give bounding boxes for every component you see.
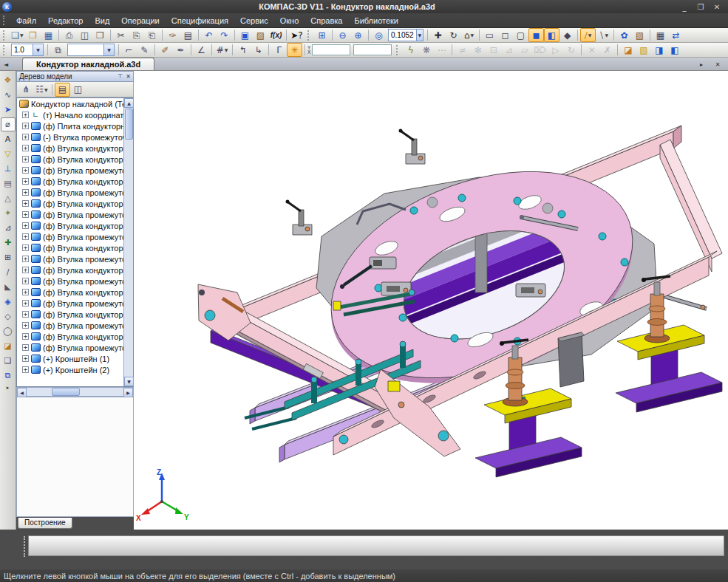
triangle-tool[interactable]: △ — [1, 191, 16, 205]
layers-button[interactable]: ⧉ — [50, 43, 66, 57]
expand-toggle[interactable]: + — [22, 267, 29, 273]
hidden-lines-thin-button[interactable]: ▢ — [513, 28, 528, 42]
tree-item[interactable]: +(ф) Втулка кондукторн- — [17, 242, 133, 253]
print-setup-button[interactable]: ❒ — [92, 28, 108, 42]
expand-toggle[interactable]: + — [22, 112, 29, 118]
angle-tool[interactable]: ⊿ — [1, 221, 16, 235]
expand-toggle[interactable]: + — [22, 167, 29, 174]
close-button[interactable]: ✕ — [712, 3, 722, 11]
tree-structure-button[interactable]: ⋔ — [18, 83, 34, 97]
spark-tool[interactable]: ✦ — [1, 206, 16, 220]
corner-plane-tool[interactable]: ◣ — [1, 280, 16, 294]
no-hidden-lines-button[interactable]: ◻ — [497, 28, 513, 42]
object-properties-button[interactable]: ▤ — [180, 28, 196, 42]
rebuild-model-button[interactable]: ⇄ — [668, 28, 684, 42]
minimize-button[interactable]: _ — [679, 3, 690, 11]
expand-toggle[interactable]: + — [22, 244, 29, 251]
cut-button[interactable]: ✂ — [113, 28, 129, 42]
dropdown-arrow-icon[interactable]: ▼ — [20, 32, 24, 38]
menu-item-1[interactable]: Файл — [10, 15, 42, 27]
toolbar-grip[interactable] — [3, 45, 7, 55]
edit-part-tool[interactable]: ❖ — [1, 73, 16, 87]
rotate-view-button[interactable]: ↻ — [446, 28, 461, 42]
snaps-settings-button[interactable]: ✳ — [287, 43, 302, 57]
diameter-tool[interactable]: ⌀ — [1, 117, 16, 131]
round-off-button[interactable]: ↰ — [235, 43, 251, 57]
redo-button[interactable]: ↷ — [217, 28, 232, 42]
tree-vertical-scrollbar[interactable]: ▲ ▼ — [123, 98, 133, 386]
tree-item[interactable]: +(+) Кронштейн (2) — [17, 364, 133, 375]
expand-toggle[interactable]: + — [22, 256, 29, 262]
sheet-tool[interactable]: ▤ — [1, 177, 16, 191]
erase-all-aux-button[interactable]: ✒ — [173, 43, 188, 57]
menu-item-8[interactable]: Справка — [305, 15, 348, 27]
spec-report-button[interactable]: ▧ — [632, 28, 647, 42]
tree-item[interactable]: +(ф) Втулка промежуточ — [17, 298, 133, 309]
model-right-cross-rail[interactable] — [660, 140, 722, 272]
simplify-surfaces-button[interactable]: ∖▼ — [596, 28, 611, 42]
expand-toggle[interactable]: + — [22, 289, 29, 295]
shaded-with-edges-button[interactable]: ◧ — [544, 28, 559, 42]
document-tab[interactable]: Кондуктор накладной.a3d — [22, 58, 154, 70]
expand-toggle[interactable]: + — [22, 311, 29, 318]
library-manager-button[interactable]: ▨ — [253, 28, 268, 42]
diamond-tool[interactable]: ◈ — [1, 295, 16, 309]
property-bar-grip[interactable] — [24, 536, 27, 557]
tree-item[interactable]: +∟(т) Начало координат — [17, 109, 133, 120]
model-gray-block[interactable] — [558, 332, 585, 387]
print-button[interactable]: ⎙ — [61, 28, 77, 42]
dropdown-arrow-icon[interactable]: ▼ — [588, 32, 592, 38]
create-object-button[interactable]: ◨ — [651, 43, 667, 57]
orientation-button[interactable]: ⌂▼ — [461, 28, 477, 42]
expand-toggle[interactable]: + — [22, 178, 29, 185]
local-cs-button[interactable]: ⌐ — [121, 43, 137, 57]
sheet2-tool[interactable]: ❏ — [1, 354, 16, 368]
grid-plane-tool[interactable]: ⊞ — [1, 250, 16, 264]
pin-icon[interactable]: ⊤ — [118, 73, 123, 80]
spec-table-button[interactable]: ▦ — [653, 28, 668, 42]
tree-item[interactable]: +(-) Втулка промежуточ- — [17, 131, 133, 143]
tree-item[interactable]: +(ф) Втулка промежуточ — [17, 320, 133, 331]
tree-item[interactable]: +(ф) Втулка кондукторн- — [17, 331, 133, 342]
slash-plane-tool[interactable]: ∕ — [1, 265, 16, 279]
tree-item[interactable]: +(+) Кронштейн (1) — [17, 353, 133, 364]
measure-button[interactable]: ϟ — [403, 43, 418, 57]
combo-arrow-icon[interactable]: ▼ — [416, 30, 423, 41]
expand-toggle[interactable]: + — [22, 211, 29, 218]
panel-expander-icon[interactable]: ▸ — [7, 385, 10, 391]
tree-item[interactable]: +(ф) Втулка кондукторн- — [17, 198, 133, 209]
tab-close-icon[interactable]: ✕ — [712, 59, 724, 70]
fx-button[interactable]: f(x) — [268, 28, 284, 42]
vertical-scroll-thumb[interactable] — [125, 109, 133, 140]
expand-toggle[interactable]: + — [22, 156, 29, 162]
tree-item[interactable]: +(ф) Втулка промежуточ — [17, 165, 133, 176]
scroll-up-icon[interactable]: ▲ — [124, 98, 134, 108]
wireframe-button[interactable]: ▭ — [482, 28, 497, 42]
tree-item[interactable]: +(ф) Плита кондукторна — [17, 120, 133, 131]
edit-in-place-button[interactable]: ◪ — [620, 43, 636, 57]
zoom-window-button[interactable]: ⊞ — [314, 28, 330, 42]
tree-item[interactable]: +(ф) Втулка промежуточ — [17, 231, 133, 242]
spline-tool[interactable]: ∿ — [1, 88, 16, 102]
angle-snap-button[interactable]: ∠ — [194, 43, 209, 57]
erase-aux-button[interactable]: ✐ — [157, 43, 173, 57]
expand-toggle[interactable]: + — [22, 233, 29, 240]
3d-viewport[interactable]: Z X Y — [134, 71, 728, 530]
dropdown-arrow-icon[interactable]: ▼ — [44, 87, 48, 92]
tree-composition-button[interactable]: ☷▼ — [34, 83, 50, 97]
context-help-button[interactable]: ➤? — [289, 28, 305, 42]
zoom-scale-combo[interactable]: 0.1052▼ — [388, 29, 423, 41]
copy-properties-button[interactable]: ✑ — [165, 28, 180, 42]
tree-item[interactable]: +(ф) Втулка кондукторн- — [17, 264, 133, 275]
toolbar-grip[interactable] — [396, 45, 400, 55]
edit-source-button[interactable]: ▨ — [636, 43, 651, 57]
tree-item[interactable]: +(ф) Втулка промежуточ — [17, 209, 133, 220]
expand-toggle[interactable]: + — [22, 134, 29, 140]
coord-y-field[interactable] — [312, 44, 350, 55]
expand-toggle[interactable]: + — [22, 145, 29, 151]
expand-toggle[interactable]: + — [22, 200, 29, 207]
toolbar-grip[interactable] — [307, 30, 311, 41]
ortho-mode-button[interactable]: Γ — [271, 43, 287, 57]
simplify-lines-button[interactable]: ∕▼ — [580, 28, 596, 42]
expand-toggle[interactable]: + — [22, 322, 29, 329]
